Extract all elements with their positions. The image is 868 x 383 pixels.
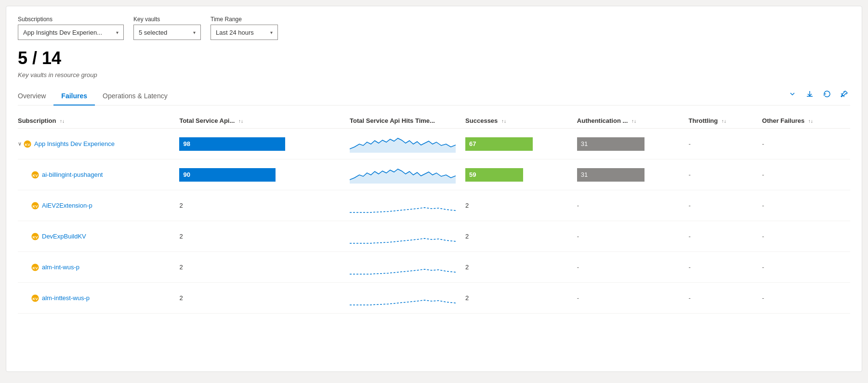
table-header-row: Subscription ↑↓ Total Service Api... ↑↓ …	[18, 113, 850, 129]
refresh-icon[interactable]	[821, 89, 833, 101]
timerange-label: Time Range	[210, 16, 278, 23]
tab-overview[interactable]: Overview	[18, 88, 53, 106]
cell-throttling: -	[689, 252, 762, 283]
summary-section: 5 / 14 Key vaults in resource group	[18, 48, 850, 79]
expand-icon[interactable]	[787, 89, 798, 101]
data-table: Subscription ↑↓ Total Service Api... ↑↓ …	[18, 113, 850, 314]
filters-row: Subscriptions App Insights Dev Experien.…	[18, 16, 850, 40]
sort-icon-other: ↑↓	[808, 119, 813, 124]
subscription-link[interactable]: ai-billingint-pushagent	[42, 171, 103, 178]
svg-text:KV: KV	[32, 235, 38, 239]
pin-icon[interactable]	[839, 89, 850, 101]
cell-authentication: -	[577, 252, 689, 283]
subscription-link[interactable]: alm-int-wus-p	[42, 264, 79, 271]
timerange-filter-group: Time Range Last 24 hours ▾	[210, 16, 278, 40]
subscription-link[interactable]: alm-inttest-wus-p	[42, 294, 90, 302]
keyvaults-value: 5 selected	[139, 29, 167, 36]
cell-hits-time	[350, 221, 465, 252]
svg-text:KV: KV	[32, 297, 38, 301]
tab-actions	[787, 89, 850, 105]
cell-throttling: -	[689, 190, 762, 221]
svg-text:KV: KV	[32, 204, 38, 209]
data-table-wrapper: Subscription ↑↓ Total Service Api... ↑↓ …	[18, 113, 850, 314]
timerange-value: Last 24 hours	[216, 29, 254, 36]
table-row: KV alm-inttest-wus-p 2 2 - - -	[18, 283, 850, 314]
sort-icon-subscription: ↑↓	[60, 119, 65, 124]
col-header-successes[interactable]: Successes ↑↓	[465, 113, 577, 129]
col-header-hits-time[interactable]: Total Service Api Hits Time...	[350, 113, 465, 129]
col-header-other-failures[interactable]: Other Failures ↑↓	[762, 113, 850, 129]
subscription-link[interactable]: DevExpBuildKV	[42, 233, 86, 240]
summary-count: 5 / 14	[18, 48, 850, 68]
cell-total-api: 2	[179, 283, 350, 314]
tab-failures[interactable]: Failures	[53, 88, 95, 106]
cell-hits-time	[350, 283, 465, 314]
cell-throttling: -	[689, 129, 762, 159]
table-row: KV AiEV2Extension-p 2 2 - - -	[18, 190, 850, 221]
keyvaults-label: Key vaults	[133, 16, 201, 23]
sort-icon-total-api: ↑↓	[238, 119, 243, 124]
svg-text:KV: KV	[32, 266, 38, 270]
subscription-link[interactable]: AiEV2Extension-p	[42, 202, 92, 209]
cell-total-api: 2	[179, 190, 350, 221]
col-header-subscription[interactable]: Subscription ↑↓	[18, 113, 179, 129]
table-row: KV ai-billingint-pushagent 90 59 31 - -	[18, 159, 850, 190]
cell-subscription: KV alm-inttest-wus-p	[18, 283, 179, 314]
cell-authentication: 31	[577, 159, 689, 190]
cell-other-failures: -	[762, 283, 850, 314]
cell-subscription: KV ai-billingint-pushagent	[18, 159, 179, 190]
subscription-link[interactable]: App Insights Dev Experience	[34, 140, 115, 147]
col-header-authentication[interactable]: Authentication ... ↑↓	[577, 113, 689, 129]
cell-other-failures: -	[762, 221, 850, 252]
cell-subscription: KV DevExpBuildKV	[18, 221, 179, 252]
cell-other-failures: -	[762, 129, 850, 159]
cell-total-api: 98	[179, 129, 350, 159]
svg-text:KV: KV	[25, 143, 30, 147]
subscriptions-filter-group: Subscriptions App Insights Dev Experien.…	[18, 16, 124, 40]
keyvaults-dropdown[interactable]: 5 selected ▾	[133, 25, 201, 40]
cell-authentication: -	[577, 190, 689, 221]
cell-authentication: 31	[577, 129, 689, 159]
subscriptions-dropdown[interactable]: App Insights Dev Experien... ▾	[18, 25, 124, 40]
cell-throttling: -	[689, 159, 762, 190]
cell-successes: 59	[465, 159, 577, 190]
cell-successes: 2	[465, 190, 577, 221]
sort-icon-throttling: ↑↓	[722, 119, 726, 124]
subscriptions-chevron-icon: ▾	[116, 30, 118, 35]
keyvaults-filter-group: Key vaults 5 selected ▾	[133, 16, 201, 40]
cell-other-failures: -	[762, 190, 850, 221]
sort-icon-auth: ↑↓	[631, 119, 636, 124]
svg-text:KV: KV	[32, 173, 38, 178]
download-icon[interactable]	[804, 89, 815, 101]
sort-icon-successes: ↑↓	[501, 119, 506, 124]
keyvaults-chevron-icon: ▾	[193, 30, 196, 35]
cell-successes: 2	[465, 221, 577, 252]
cell-hits-time	[350, 252, 465, 283]
cell-subscription: ∨ KV App Insights Dev Experience	[18, 129, 179, 159]
timerange-chevron-icon: ▾	[270, 30, 273, 35]
subscriptions-label: Subscriptions	[18, 16, 124, 23]
cell-throttling: -	[689, 283, 762, 314]
main-container: Subscriptions App Insights Dev Experien.…	[6, 6, 862, 372]
cell-total-api: 90	[179, 159, 350, 190]
tab-operations-latency[interactable]: Operations & Latency	[95, 88, 175, 106]
cell-successes: 2	[465, 283, 577, 314]
table-row: KV alm-int-wus-p 2 2 - - -	[18, 252, 850, 283]
cell-hits-time	[350, 129, 465, 159]
cell-hits-time	[350, 159, 465, 190]
cell-total-api: 2	[179, 252, 350, 283]
table-row: KV DevExpBuildKV 2 2 - - -	[18, 221, 850, 252]
cell-authentication: -	[577, 221, 689, 252]
cell-hits-time	[350, 190, 465, 221]
expand-row-icon[interactable]: ∨	[18, 141, 22, 147]
col-header-throttling[interactable]: Throttling ↑↓	[689, 113, 762, 129]
col-header-total-api[interactable]: Total Service Api... ↑↓	[179, 113, 350, 129]
timerange-dropdown[interactable]: Last 24 hours ▾	[210, 25, 278, 40]
tabs-row: Overview Failures Operations & Latency	[18, 88, 850, 106]
cell-successes: 2	[465, 252, 577, 283]
table-row: ∨ KV App Insights Dev Experience 98 67 3…	[18, 129, 850, 159]
subscriptions-value: App Insights Dev Experien...	[23, 29, 102, 36]
cell-other-failures: -	[762, 159, 850, 190]
cell-authentication: -	[577, 283, 689, 314]
cell-successes: 67	[465, 129, 577, 159]
